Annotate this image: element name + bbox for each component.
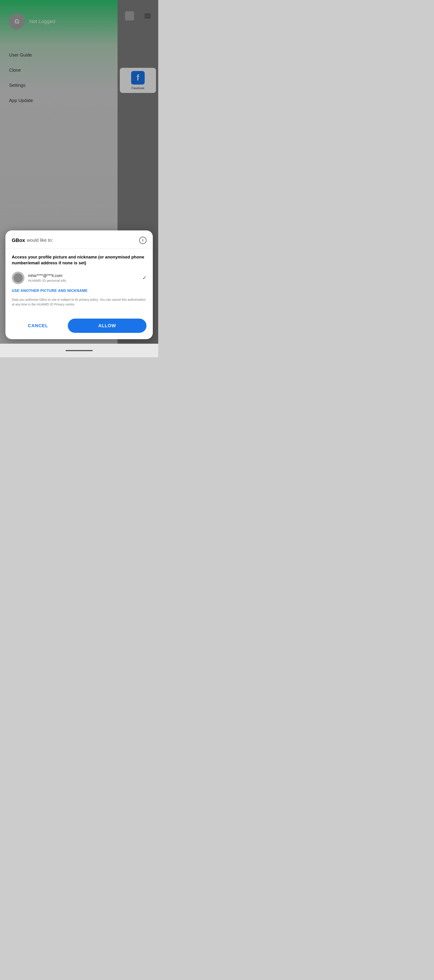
account-label: HUAWEI ID personal info xyxy=(28,278,139,282)
dialog-body: Access your profile picture and nickname… xyxy=(5,249,153,318)
dialog-buttons: CANCEL ALLOW xyxy=(5,318,153,339)
allow-button[interactable]: ALLOW xyxy=(68,318,146,333)
dialog-title-row: GBox would like to: xyxy=(12,237,53,243)
info-icon[interactable]: i xyxy=(139,237,146,244)
dialog-app-name: GBox xyxy=(12,237,25,243)
cancel-button[interactable]: CANCEL xyxy=(12,318,64,333)
dialog-header: GBox would like to: i xyxy=(5,231,153,249)
permission-dialog: GBox would like to: i Access your profil… xyxy=(5,231,153,339)
account-info: mhis****@***il.com HUAWEI ID personal in… xyxy=(28,274,139,282)
use-another-link[interactable]: USE ANOTHER PICTURE AND NICKNAME xyxy=(12,289,146,293)
permission-description: Access your profile picture and nickname… xyxy=(12,254,146,266)
check-icon: ✓ xyxy=(142,275,146,281)
bottom-nav-bar xyxy=(0,344,158,357)
dialog-would-like-text: would like to: xyxy=(27,238,53,243)
account-avatar xyxy=(12,272,24,284)
privacy-text: Data you authorise GBox to use is subjec… xyxy=(12,298,146,307)
account-row: mhis****@***il.com HUAWEI ID personal in… xyxy=(12,272,146,284)
nav-home-pill xyxy=(65,350,93,351)
account-email: mhis****@***il.com xyxy=(28,274,139,278)
